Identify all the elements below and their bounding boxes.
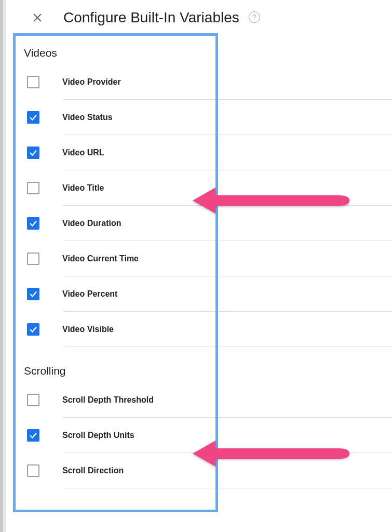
variable-label: Video Title [62, 183, 104, 193]
variable-row[interactable]: Scroll Depth Threshold [0, 382, 392, 418]
check-icon [29, 325, 38, 334]
check-icon [29, 431, 38, 440]
checkbox-video-url[interactable] [27, 147, 39, 159]
title-text: Configure Built-In Variables [63, 9, 239, 25]
section-heading-scrolling: Scrolling [0, 347, 392, 382]
variable-sections: Videos Video Provider Video Status Video… [0, 35, 392, 488]
checkbox-video-status[interactable] [27, 111, 39, 124]
checkbox-scroll-depth-units[interactable] [27, 429, 39, 442]
help-icon[interactable]: ? [249, 11, 260, 23]
variable-label: Video Duration [62, 219, 121, 228]
variable-row[interactable]: Video Duration [0, 206, 392, 241]
check-icon [29, 219, 38, 228]
page-title: Configure Built-In Variables ? [63, 9, 260, 26]
content-area: Videos Video Provider Video Status Video… [0, 29, 392, 488]
checkbox-video-title[interactable] [27, 182, 39, 194]
variable-label: Video Percent [62, 289, 117, 299]
variable-label: Scroll Depth Units [62, 431, 134, 440]
checkbox-video-provider[interactable] [27, 76, 39, 88]
checkbox-scroll-direction[interactable] [27, 464, 39, 477]
variable-row[interactable]: Video Title [0, 170, 392, 206]
close-button[interactable] [29, 9, 46, 26]
variable-row[interactable]: Video Status [0, 100, 392, 135]
variable-label: Video Provider [62, 77, 121, 87]
check-icon [29, 289, 38, 299]
checkbox-video-visible[interactable] [27, 323, 39, 336]
variable-label: Video Status [62, 113, 113, 122]
check-icon [29, 148, 38, 157]
variable-row[interactable]: Scroll Depth Units [0, 418, 392, 453]
variable-row[interactable]: Video Visible [0, 312, 392, 347]
section-heading-videos: Videos [0, 35, 392, 64]
variable-label: Scroll Depth Threshold [62, 395, 154, 405]
close-icon [32, 12, 43, 23]
dialog-header: Configure Built-In Variables ? [0, 0, 392, 29]
variable-label: Scroll Direction [62, 466, 124, 475]
checkbox-video-percent[interactable] [27, 288, 39, 300]
variable-label: Video Current Time [62, 254, 139, 263]
variable-row[interactable]: Scroll Direction [0, 453, 392, 488]
checkbox-video-current-time[interactable] [27, 252, 39, 265]
variable-label: Video Visible [62, 325, 114, 334]
variable-row[interactable]: Video URL [0, 135, 392, 170]
variable-label: Video URL [62, 148, 104, 157]
variable-row[interactable]: Video Percent [0, 276, 392, 312]
checkbox-video-duration[interactable] [27, 217, 39, 230]
variable-row[interactable]: Video Current Time [0, 241, 392, 276]
checkbox-scroll-depth-threshold[interactable] [27, 394, 39, 406]
check-icon [29, 113, 38, 122]
variable-row[interactable]: Video Provider [0, 64, 392, 100]
